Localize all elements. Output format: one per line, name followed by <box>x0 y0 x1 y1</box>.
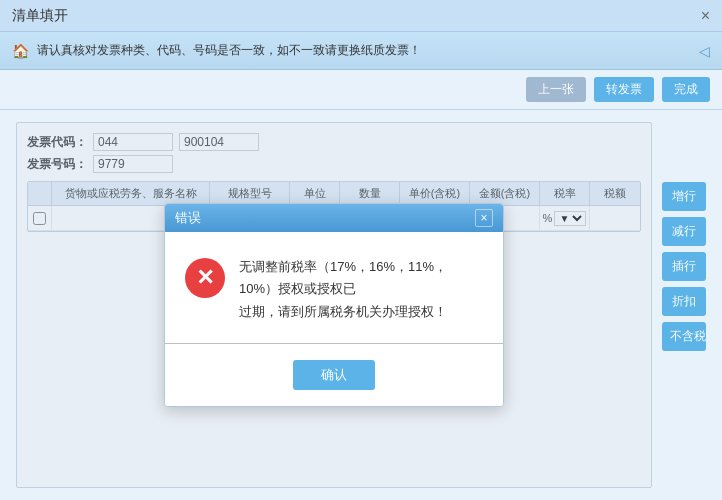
dialog-title-bar: 错误 × <box>165 204 503 232</box>
discount-button[interactable]: 折扣 <box>662 287 706 316</box>
dialog-message-line1: 无调整前税率（17%，16%，11%，10%）授权或授权已 <box>239 259 447 296</box>
notification-text: 请认真核对发票种类、代码、号码是否一致，如不一致请更换纸质发票！ <box>37 42 691 59</box>
complete-button[interactable]: 完成 <box>662 77 710 102</box>
convert-button[interactable]: 转发票 <box>594 77 654 102</box>
notification-bar: 🏠 请认真核对发票种类、代码、号码是否一致，如不一致请更换纸质发票！ ◁ <box>0 32 722 70</box>
error-x-icon: ✕ <box>196 267 214 289</box>
dialog-separator <box>165 343 503 344</box>
dialog-close-button[interactable]: × <box>475 209 493 227</box>
toolbar: 上一张 转发票 完成 <box>0 70 722 110</box>
speaker-icon: ◁ <box>699 43 710 59</box>
add-row-button[interactable]: 增行 <box>662 182 706 211</box>
home-icon: 🏠 <box>12 43 29 59</box>
dialog-footer: 确认 <box>185 360 483 390</box>
insert-row-button[interactable]: 插行 <box>662 252 706 281</box>
dialog-message-line2: 过期，请到所属税务机关办理授权！ <box>239 304 447 319</box>
sidebar-buttons: 增行 减行 插行 折扣 不含税 <box>662 122 706 488</box>
form-area: 发票代码： 044 900104 发票号码： 9779 货物或应税劳务、服务名称… <box>16 122 652 488</box>
error-icon-circle: ✕ <box>185 258 225 298</box>
dialog-message-area: ✕ 无调整前税率（17%，16%，11%，10%）授权或授权已 过期，请到所属税… <box>185 256 483 322</box>
dialog-body: ✕ 无调整前税率（17%，16%，11%，10%）授权或授权已 过期，请到所属税… <box>165 232 503 405</box>
dialog-confirm-button[interactable]: 确认 <box>293 360 375 390</box>
prev-button[interactable]: 上一张 <box>526 77 586 102</box>
window-close-button[interactable]: × <box>701 8 710 24</box>
dialog-title: 错误 <box>175 209 201 227</box>
error-dialog: 错误 × ✕ 无调整前税率（17%，16%，11%，10%）授权或授权已 过期，… <box>164 203 504 406</box>
main-content: 发票代码： 044 900104 发票号码： 9779 货物或应税劳务、服务名称… <box>0 110 722 500</box>
window-title: 清单填开 <box>12 7 68 25</box>
title-bar: 清单填开 × <box>0 0 722 32</box>
dialog-overlay: 错误 × ✕ 无调整前税率（17%，16%，11%，10%）授权或授权已 过期，… <box>17 123 651 487</box>
exclude-tax-button[interactable]: 不含税 <box>662 322 706 351</box>
remove-row-button[interactable]: 减行 <box>662 217 706 246</box>
dialog-message-text: 无调整前税率（17%，16%，11%，10%）授权或授权已 过期，请到所属税务机… <box>239 256 483 322</box>
